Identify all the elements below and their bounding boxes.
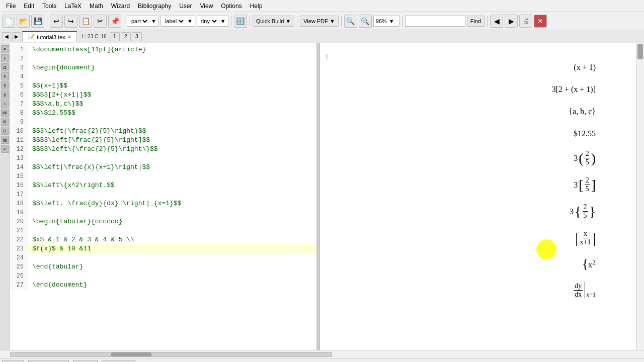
- preview-frac-render: 3{25}: [570, 203, 596, 220]
- editor-line-19[interactable]: 19: [10, 208, 316, 217]
- editor-line-23[interactable]: 23$f(x)$ & 10 &11: [10, 244, 316, 253]
- tiny-dropdown[interactable]: tiny ▼: [197, 16, 228, 27]
- sidebar-icon-7[interactable]: ↕: [1, 100, 9, 108]
- zoom-in-button[interactable]: 🔍: [359, 15, 372, 28]
- editor-line-27[interactable]: 27\end{document}: [10, 281, 316, 290]
- sidebar-icon-11[interactable]: ▤: [1, 136, 9, 144]
- menu-file[interactable]: File: [2, 2, 20, 11]
- editor-line-1[interactable]: 1\documentclass[11pt]{article}: [10, 45, 316, 54]
- menu-edit[interactable]: Edit: [20, 2, 38, 11]
- status-macro[interactable]: Macro Editing: [28, 360, 69, 363]
- sidebar-icon-2[interactable]: f: [1, 54, 9, 62]
- find-input[interactable]: [405, 16, 465, 27]
- menu-options[interactable]: Options: [217, 2, 246, 11]
- marker-1[interactable]: 1: [110, 32, 120, 41]
- sidebar-icon-4[interactable]: ≡: [1, 72, 9, 80]
- cut-button[interactable]: ✂: [94, 15, 107, 28]
- tab-nav-right[interactable]: ▶: [12, 32, 21, 41]
- editor-line-7[interactable]: 7$$$\a,b,c\}$$: [10, 100, 316, 109]
- marker-2[interactable]: 2: [121, 32, 131, 41]
- editor-line-13[interactable]: 13: [10, 154, 316, 163]
- print-button[interactable]: 🖨: [519, 15, 532, 28]
- right-scrollbar[interactable]: [636, 43, 644, 350]
- quick-build-button[interactable]: Quick Build ▼: [253, 16, 295, 27]
- next-result-button[interactable]: ▶: [505, 15, 518, 28]
- editor-line-6[interactable]: 6$$$3[2+(x+1)]$$: [10, 90, 316, 100]
- new-button[interactable]: 📄: [2, 15, 15, 28]
- tiny-select[interactable]: tiny: [199, 18, 218, 25]
- label-dropdown[interactable]: label ▼: [160, 16, 195, 27]
- label-select[interactable]: label: [163, 18, 185, 25]
- editor-line-14[interactable]: 14$$\left|\frac{x}{x+1}\right|$$: [10, 163, 316, 172]
- redo-button[interactable]: ↪: [64, 15, 77, 28]
- bottom-scrollbar[interactable]: [0, 350, 644, 358]
- hscroll-track[interactable]: [10, 352, 332, 357]
- line-number-20: 20: [10, 217, 28, 226]
- editor-line-4[interactable]: 4: [10, 72, 316, 81]
- editor-line-5[interactable]: 5$$(x+1)$$: [10, 81, 316, 90]
- menu-view[interactable]: View: [196, 2, 217, 11]
- status-bibtex[interactable]: BibTeX: [73, 360, 98, 363]
- hscroll-thumb[interactable]: [111, 352, 151, 356]
- editor-line-25[interactable]: 25\end{tabular}: [10, 262, 316, 272]
- sidebar-icon-3[interactable]: Ω: [1, 63, 9, 71]
- tab-tutorial3[interactable]: 📝 tutorial3.tex ✕: [22, 31, 77, 42]
- open-button[interactable]: 📂: [17, 15, 30, 28]
- tab-close-button[interactable]: ✕: [67, 34, 71, 40]
- view-pdf-button[interactable]: View PDF ▼: [300, 16, 339, 27]
- zoom-dropdown[interactable]: 96% ▼: [373, 16, 399, 27]
- tab-icon: 📝: [28, 34, 35, 40]
- sidebar-icon-12[interactable]: ✓: [1, 145, 9, 153]
- sidebar-icon-1[interactable]: ≡: [1, 45, 9, 53]
- status-info[interactable]: Status Info: [102, 360, 135, 363]
- undo-button[interactable]: ↩: [50, 15, 63, 28]
- editor-line-18[interactable]: 18$$\left. \frac{dy}{dx} \right|_{x=1}$$: [10, 199, 316, 208]
- menu-user[interactable]: User: [175, 2, 196, 11]
- editor-line-26[interactable]: 26: [10, 272, 316, 281]
- spell-check-button[interactable]: 🔡: [234, 15, 247, 28]
- editor-line-17[interactable]: 17: [10, 190, 316, 199]
- find-button[interactable]: Find: [467, 16, 485, 27]
- line-number-13: 13: [10, 154, 28, 163]
- menu-bibliography[interactable]: Bibliography: [134, 2, 175, 11]
- editor-line-21[interactable]: 21: [10, 226, 316, 235]
- paste-button[interactable]: 📌: [108, 15, 121, 28]
- sidebar-icon-9[interactable]: ⊞: [1, 118, 9, 126]
- sidebar-icon-6[interactable]: §: [1, 90, 9, 99]
- scrollbar-thumb[interactable]: [637, 44, 643, 59]
- line-number-24: 24: [10, 253, 28, 262]
- menu-math[interactable]: Math: [86, 2, 107, 11]
- sidebar-icon-10[interactable]: ⊟: [1, 127, 9, 135]
- part-select[interactable]: part: [129, 18, 149, 25]
- editor-line-20[interactable]: 20\begin{tabular}{cccccc}: [10, 217, 316, 226]
- preview-area[interactable]: 1 (x + 1)3[2 + (x + 1)]{a, b, c}$12.553(…: [320, 43, 636, 350]
- tab-nav-left[interactable]: ◀: [2, 32, 11, 41]
- editor-line-9[interactable]: 9: [10, 118, 316, 127]
- editor-line-8[interactable]: 8$$\$12.55$$: [10, 109, 316, 118]
- sidebar-icon-8[interactable]: $$: [1, 109, 9, 117]
- close-doc-button[interactable]: ✕: [534, 15, 547, 28]
- editor-line-2[interactable]: 2: [10, 54, 316, 63]
- menu-help[interactable]: Help: [246, 2, 267, 11]
- part-dropdown[interactable]: part ▼: [127, 16, 159, 27]
- editor-line-3[interactable]: 3\begin{document}: [10, 63, 316, 72]
- editor-line-24[interactable]: 24: [10, 253, 316, 262]
- sidebar-icon-5[interactable]: ¶: [1, 81, 9, 89]
- save-button[interactable]: 💾: [31, 15, 44, 28]
- line-number-26: 26: [10, 272, 28, 281]
- menu-tools[interactable]: Tools: [38, 2, 60, 11]
- copy-button[interactable]: 📋: [79, 15, 92, 28]
- status-errors[interactable]: Errors: [2, 360, 24, 363]
- menu-latex[interactable]: LaTeX: [60, 2, 86, 11]
- menu-wizard[interactable]: Wizard: [107, 2, 134, 11]
- editor-line-11[interactable]: 11$$$3\left[\frac{2}{5}\right]$$: [10, 136, 316, 145]
- editor-line-15[interactable]: 15: [10, 172, 316, 181]
- editor-line-10[interactable]: 10$$3\left(\frac{2}{5}\right)$$: [10, 127, 316, 136]
- marker-3[interactable]: 3: [132, 32, 142, 41]
- zoom-out-button[interactable]: 🔍: [344, 15, 357, 28]
- editor-line-12[interactable]: 12$$$3\left\{\frac{2}{5}\right\}$$: [10, 145, 316, 154]
- prev-result-button[interactable]: ◀: [490, 15, 503, 28]
- editor-area[interactable]: 1\documentclass[11pt]{article}23\begin{d…: [10, 43, 317, 350]
- editor-line-16[interactable]: 16$$\left\{x^2\right.$$: [10, 181, 316, 190]
- editor-line-22[interactable]: 22$x$ & 1 & 2 & 3 & 4 & 5 \\: [10, 235, 316, 244]
